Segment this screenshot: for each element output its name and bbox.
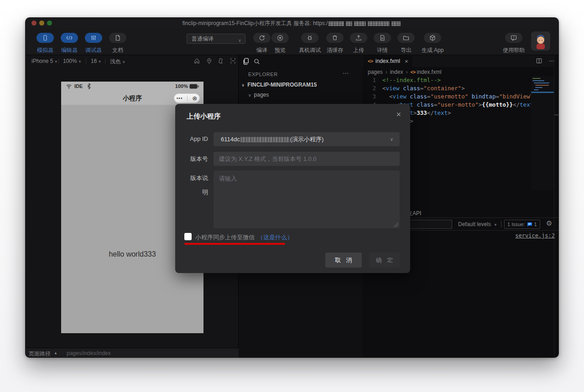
chevron-down-icon: ∨: [238, 36, 241, 45]
clear-cache-button[interactable]: 清缓存: [325, 33, 345, 54]
refresh-icon: [253, 33, 271, 43]
upload-button[interactable]: 上传: [349, 33, 369, 54]
document-icon: [374, 33, 391, 43]
pages-copy-icon[interactable]: [242, 57, 250, 65]
compile-button[interactable]: 编译: [252, 33, 272, 54]
version-input[interactable]: [214, 152, 400, 166]
scan-icon[interactable]: [229, 57, 236, 64]
bug-icon: [301, 33, 318, 43]
phone-status-bar: IDE 100%: [61, 82, 203, 92]
console-divider: [387, 217, 559, 218]
fxml-file-icon: <>: [368, 58, 373, 64]
remote-debug-button[interactable]: 真机调试: [298, 33, 322, 54]
split-editor-icon[interactable]: [536, 57, 542, 64]
tree-item-project-root[interactable]: ∨FINCLIP-MINIPROGRAM15: [241, 82, 317, 88]
chevron-down-icon: ▼: [494, 223, 497, 227]
explorer-more-button[interactable]: ⋯: [343, 70, 349, 77]
simulator-toggle-button[interactable]: 模拟器: [35, 33, 55, 54]
device-select[interactable]: iPhone 5▾: [31, 58, 57, 64]
tree-item-pages-folder[interactable]: ∨pages: [248, 92, 269, 98]
close-dialog-icon[interactable]: ×: [396, 110, 401, 119]
theme-select[interactable]: 浅色▾: [110, 58, 125, 66]
phone-nav-bar: 小程序 ••• ⊗: [61, 92, 203, 105]
upload-icon: [350, 33, 367, 43]
sync-wechat-checkbox[interactable]: [184, 233, 192, 240]
bluetooth-icon: [87, 83, 91, 89]
description-textarea[interactable]: [214, 170, 400, 228]
dialog-title: 上传小程序: [187, 112, 221, 121]
code-line: 3 <view class="usermotto" bindtap="bindV…: [362, 93, 559, 101]
page-path-label[interactable]: 页面路径: [29, 350, 51, 358]
sync-wechat-label: 小程序同步上传至微信（这是什么）: [195, 233, 293, 242]
masked-url-segment: [354, 21, 366, 26]
console-divider: [387, 230, 559, 231]
description-textarea-wrap: [214, 170, 400, 228]
chevron-down-icon: ▾: [99, 59, 101, 64]
svg-text:?: ?: [513, 36, 514, 40]
what-is-this-link[interactable]: （这是什么）: [257, 234, 293, 241]
chevron-down-icon: ▾: [79, 59, 81, 64]
simulator-controls: iPhone 5▾ 100%▾ 16▾ 浅色▾: [26, 56, 238, 66]
app-window: finclip-miniprogram15-FinClip小程序开发工具 服务器…: [25, 17, 559, 358]
close-tab-icon[interactable]: ×: [405, 58, 408, 65]
help-button[interactable]: ? 使用帮助: [502, 33, 526, 54]
console-source-link[interactable]: service.js:2: [515, 232, 555, 239]
title-bar: finclip-miniprogram15-FinClip小程序开发工具 服务器…: [26, 18, 558, 28]
window-title: finclip-miniprogram15-FinClip小程序开发工具 服务器…: [26, 20, 558, 27]
generate-app-button[interactable]: 生成 App: [420, 33, 445, 54]
document-icon: [109, 33, 126, 43]
editor-toggle-button[interactable]: 编辑器: [59, 33, 79, 54]
masked-url-segment: [391, 21, 401, 26]
battery-icon: [189, 84, 199, 89]
details-button[interactable]: 详情: [372, 33, 392, 54]
user-avatar[interactable]: [531, 31, 550, 51]
search-icon[interactable]: [253, 58, 261, 65]
console-settings-gear-icon[interactable]: ⚙: [546, 219, 552, 227]
editor-scrollbar[interactable]: [554, 55, 559, 358]
chevron-down-icon: ∨: [241, 83, 245, 88]
appid-select[interactable]: 6114dc(演示小程序) ∨: [214, 132, 400, 146]
description-label-line2: 明: [181, 188, 208, 196]
debugger-toggle-button[interactable]: 调试器: [83, 33, 104, 54]
close-mini-app-button[interactable]: ⊗: [192, 95, 197, 102]
chevron-down-icon: ∨: [248, 93, 251, 98]
minimap[interactable]: [531, 76, 554, 190]
toolbar: 模拟器 编辑器 调试器 文档 普通编译 ∨ 编译 预览 真机调试: [26, 28, 558, 55]
help-icon: ?: [505, 33, 522, 43]
simulator-footer: 页面路径 ▲ pages/index/index: [26, 348, 239, 358]
location-icon[interactable]: [206, 57, 213, 64]
tab-index-fxml[interactable]: <> index.fxml ×: [363, 55, 412, 67]
code-line: 2<view class="container">: [362, 84, 559, 93]
version-label: 版本号: [181, 155, 208, 163]
issues-badge[interactable]: 1 Issue: 1: [504, 220, 540, 229]
zoom-select[interactable]: 100%▾: [63, 58, 81, 64]
chevron-down-icon: ▾: [123, 60, 125, 64]
cancel-button[interactable]: 取 消: [325, 253, 362, 268]
export-button[interactable]: 导出: [396, 33, 416, 54]
wifi-icon: [66, 83, 72, 89]
page-path-value: pages/index/index: [67, 350, 111, 356]
docs-button[interactable]: 文档: [108, 33, 128, 54]
sliders-icon: [85, 33, 102, 43]
issue-chat-icon: [527, 222, 532, 227]
triangle-up-icon: ▲: [54, 351, 57, 355]
folder-icon: [397, 33, 415, 43]
fontsize-select[interactable]: 16▾: [91, 58, 101, 64]
preview-button[interactable]: 预览: [270, 33, 290, 54]
chevron-down-icon: ∨: [390, 137, 393, 142]
more-menu-button[interactable]: •••: [177, 96, 183, 101]
upload-mini-app-dialog: 上传小程序 × App ID 6114dc(演示小程序) ∨ 版本号 版本说 明…: [175, 104, 410, 273]
confirm-button[interactable]: 确 定: [369, 253, 400, 268]
mini-app-capsule: ••• ⊗: [174, 93, 200, 103]
rotate-device-icon[interactable]: [217, 57, 224, 64]
breadcrumb[interactable]: pages›index›<> index.fxml: [368, 69, 442, 75]
masked-url-segment: [328, 21, 344, 26]
masked-appid-segment: [240, 137, 290, 142]
home-icon[interactable]: [193, 57, 200, 64]
log-levels-select[interactable]: Default levels▼: [458, 221, 497, 227]
phone-icon: [36, 33, 54, 43]
resize-handle[interactable]: [394, 222, 398, 227]
chevron-down-icon: ▾: [55, 59, 57, 64]
compile-mode-select[interactable]: 普通编译 ∨: [187, 34, 245, 44]
code-icon: [61, 33, 78, 43]
